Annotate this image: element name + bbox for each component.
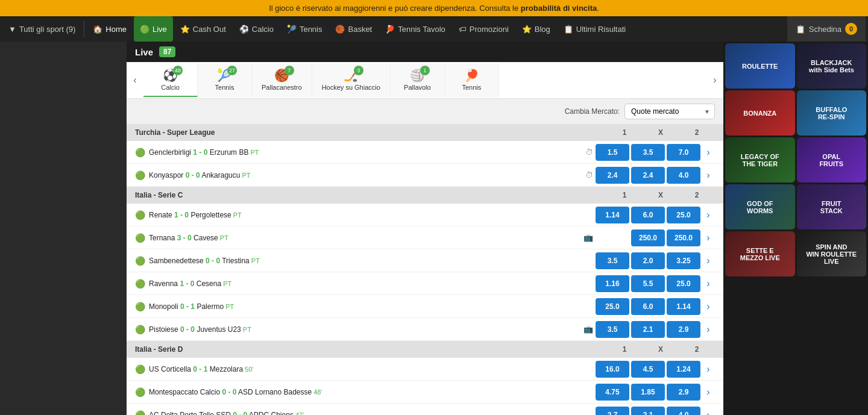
odd1-button[interactable]: 1.14: [596, 207, 629, 223]
sport-tab-hockey-su-ghiaccio-3[interactable]: 🏒 3 Hockey su Ghiaccio: [312, 63, 391, 97]
oddx-button[interactable]: 5.5: [631, 275, 665, 292]
banner-text-end: .: [597, 4, 599, 13]
live-nav[interactable]: 🟢 Live: [134, 16, 173, 42]
odd2-button[interactable]: 2.9: [667, 384, 700, 401]
odd1-button[interactable]: 3.5: [596, 321, 629, 338]
more-button[interactable]: ›: [702, 144, 715, 161]
more-button[interactable]: ›: [702, 207, 715, 223]
sport-tab-pallavolo-4[interactable]: 🏐 1 Pallavolo: [391, 63, 445, 97]
match-row: 🟢 Ternana 3 - 0 Cavese PT 📺 250.0 250.0 …: [127, 226, 723, 249]
casino-card[interactable]: SPIN ANDWIN ROULETTELIVE: [797, 231, 867, 276]
odd1-button[interactable]: 3.5: [596, 252, 629, 269]
odd2-button[interactable]: 1.14: [667, 298, 700, 315]
odd1-button[interactable]: 2.4: [596, 167, 629, 184]
sport-tab-icon: 🏒 3: [344, 68, 359, 83]
oddx-button[interactable]: 2.0: [631, 252, 665, 269]
more-button[interactable]: ›: [702, 321, 715, 338]
odd1-button[interactable]: 25.0: [596, 298, 629, 315]
sport-tab-tennis-5[interactable]: 🏓 Tennis: [445, 63, 499, 97]
team2-name: Cavese: [192, 234, 218, 242]
sport-tab-badge: 27: [227, 66, 237, 75]
oddx-button[interactable]: 1.85: [631, 384, 665, 401]
casino-card[interactable]: GOD OFWORMS: [725, 184, 795, 229]
calcio-nav[interactable]: ⚽ Calcio: [233, 16, 280, 42]
banner-text: Il gioco è riservato ai maggiorenni e pu…: [269, 4, 521, 13]
market-select[interactable]: Quote mercato1X2Under/OverHandicap: [624, 104, 715, 119]
odd2-button[interactable]: 4.0: [667, 407, 700, 416]
more-button[interactable]: ›: [702, 298, 715, 315]
more-button[interactable]: ›: [702, 384, 715, 401]
basket-nav[interactable]: 🏀 Basket: [329, 16, 378, 42]
odds-group: 1.16 5.5 25.0: [596, 275, 700, 292]
more-button[interactable]: ›: [702, 275, 715, 292]
oddx-button[interactable]: 4.5: [631, 361, 665, 378]
tab-prev-button[interactable]: ‹: [127, 62, 143, 98]
cashout-nav[interactable]: ⭐ Cash Out: [174, 16, 232, 42]
oddx-button[interactable]: 3.5: [631, 144, 665, 161]
casino-card[interactable]: SETTE EMEZZO LIVE: [725, 231, 795, 276]
tab-next-button[interactable]: ›: [706, 62, 723, 98]
match-score: 1 - 0: [180, 279, 194, 288]
basket-icon: 🏀: [335, 25, 345, 34]
odd1-button[interactable]: 1.5: [596, 144, 629, 161]
col-x: X: [643, 128, 679, 137]
odd2-button[interactable]: 25.0: [667, 275, 700, 292]
sport-tab-badge: 48: [173, 66, 183, 75]
oddx-button[interactable]: 250.0: [631, 229, 665, 246]
schedina-badge: 0: [845, 23, 857, 35]
promozioni-nav[interactable]: 🏷 Promozioni: [453, 16, 515, 42]
more-button[interactable]: ›: [702, 167, 715, 184]
sport-tab-icon: 🏀 7: [274, 68, 289, 83]
tennis-tavolo-nav[interactable]: 🏓 Tennis Tavolo: [379, 16, 451, 42]
sport-tab-icon: 🏐 1: [410, 68, 425, 83]
schedina-button[interactable]: 📋 Schedina 0: [787, 16, 866, 42]
oddx-button[interactable]: 2.1: [631, 321, 665, 338]
odd2-button[interactable]: 25.0: [667, 207, 700, 223]
casino-card[interactable]: BUFFALORE-SPIN: [797, 90, 867, 136]
home-nav[interactable]: 🏠 Home: [87, 16, 133, 42]
sport-tab-icon: 🎾 27: [217, 68, 232, 83]
casino-card[interactable]: FRUITSTACK: [797, 184, 867, 229]
all-sports-nav[interactable]: ▼ Tutti gli sport (9): [2, 16, 81, 42]
match-row: 🟢 Montespaccato Calcio 0 - 0 ASD Lornano…: [127, 381, 723, 404]
tennis-tavolo-label: Tennis Tavolo: [398, 25, 445, 34]
odd1-button[interactable]: 16.0: [596, 361, 629, 378]
casino-card-label: SPIN ANDWIN ROULETTELIVE: [797, 231, 867, 276]
casino-card[interactable]: LEGACY OFTHE TIGER: [725, 137, 795, 183]
oddx-button[interactable]: 2.1: [631, 407, 665, 416]
odd2-button[interactable]: 4.0: [667, 167, 700, 184]
casino-card[interactable]: OPALFRUITS: [797, 137, 867, 183]
casino-card[interactable]: BLACKJACKwith Side Bets: [797, 43, 867, 89]
team2-name: ASD Lornano Badesse: [236, 388, 312, 396]
odd1-button[interactable]: 4.75: [596, 384, 629, 401]
more-button[interactable]: ›: [702, 229, 715, 246]
casino-card[interactable]: BONANZA: [725, 90, 795, 136]
oddx-button[interactable]: 2.4: [631, 167, 665, 184]
odd2-button[interactable]: 3.25: [667, 252, 700, 269]
more-button[interactable]: ›: [702, 407, 715, 416]
sport-tab-calcio-0[interactable]: ⚽ 48 Calcio: [143, 63, 198, 97]
odd2-button[interactable]: 1.24: [667, 361, 700, 378]
tennis-nav[interactable]: 🎾 Tennis: [281, 16, 329, 42]
odd2-button[interactable]: 2.9: [667, 321, 700, 338]
odd1-button[interactable]: 1.16: [596, 275, 629, 292]
casino-card[interactable]: ROULETTE: [725, 43, 795, 89]
odd2-button[interactable]: 250.0: [667, 229, 700, 246]
live-title: Live: [135, 47, 153, 57]
col-1: 1: [606, 345, 643, 354]
blog-nav[interactable]: ⭐ Blog: [516, 16, 556, 42]
sport-tab-pallacanestro-2[interactable]: 🏀 7 Pallacanestro: [252, 63, 312, 97]
ultimi-risultati-nav[interactable]: 📋 Ultimi Risultati: [558, 16, 632, 42]
sport-tab-icon: ⚽ 48: [163, 68, 178, 83]
sport-tab-tennis-1[interactable]: 🎾 27 Tennis: [198, 63, 252, 97]
more-button[interactable]: ›: [702, 361, 715, 378]
odd2-button[interactable]: 7.0: [667, 144, 700, 161]
odd1-button[interactable]: 2.7: [596, 407, 629, 416]
clock-icon[interactable]: ⏱: [585, 148, 593, 157]
home-label: Home: [105, 25, 127, 34]
clock-icon[interactable]: ⏱: [585, 170, 593, 179]
oddx-button[interactable]: 6.0: [631, 207, 665, 223]
more-button[interactable]: ›: [702, 252, 715, 269]
oddx-button[interactable]: 6.0: [631, 298, 665, 315]
odds-group: 3.5 2.1 2.9: [596, 321, 700, 338]
